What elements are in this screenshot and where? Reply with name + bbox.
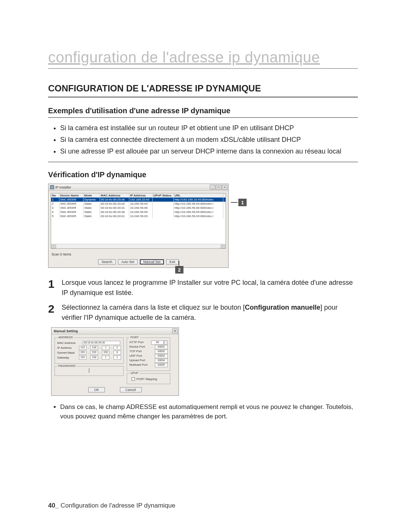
ip-installer-window: IP Installer _ □ × No Device Name Mode M… [48,184,229,268]
ip-octet[interactable]: 2 [114,346,121,350]
table-row[interactable]: 2 SNC-B5395 Static 00:16:6c:00:20:c6 10.… [51,202,226,206]
scroll-right-icon[interactable]: › [221,245,225,248]
dialog-title: Manual Setting [54,329,78,333]
page-footer: 40_ Configuration de l'adresse IP dynami… [48,502,175,509]
port-label: UDP Port [129,354,142,358]
step-text: Lorsque vous lancez le programme IP Inst… [62,278,358,298]
udp-port-field[interactable]: 60003 [155,354,168,358]
list-item: Si la caméra est installée sur un routeu… [60,123,358,133]
col-no: No [51,193,59,198]
subnet-octet[interactable]: 255 [79,351,86,355]
mac-field: 00:16:6c:00:20:d6 [83,341,120,345]
gateway-octet[interactable]: 1 [102,356,109,360]
titlebar: IP Installer _ □ × [48,184,228,191]
verify-heading: Vérification d'IP dynamique [48,170,358,179]
note-list: Dans ce cas, le champ ADRESSE est automa… [48,403,358,421]
port-mapping-label: PORT Mapping [136,377,157,381]
col-mode: Mode [83,193,100,198]
password-field[interactable] [89,368,89,373]
port-label: Device Port [129,345,145,349]
subnet-octet[interactable]: 255 [90,351,98,355]
upload-port-field[interactable]: 60004 [155,359,168,363]
table-row-selected[interactable]: 1 SNC-B5395 Dynamic 00:16:6c:00:20:d6 19… [51,198,226,202]
gateway-label: Gateway [57,356,77,359]
subnet-octet[interactable]: 255 [102,351,109,355]
step-number: 1 [48,278,56,298]
http-port-field[interactable]: 80 [151,340,164,345]
chapter-header: configuration de l'adresse ip dynamique [48,49,358,69]
port-mapping-checkbox[interactable] [132,377,135,381]
address-fieldset: ADDRESS MAC Address 00:16:6c:00:20:d6 IP… [55,337,124,364]
gateway-octet[interactable]: 168 [90,356,98,360]
spinner-icon[interactable] [164,340,168,345]
table-row[interactable]: 5 SNC-B5395 Static 00:16:6c:00:20:b1 10.… [51,214,226,218]
col-device-name: Device Name [59,193,83,198]
auto-set-button[interactable]: Auto Set [118,259,138,264]
port-label: TCP Port [129,350,142,354]
table-row[interactable]: 3 SNC-B5395 Static 00:16:6c:00:20:d1 10.… [51,206,226,210]
examples-list: Si la caméra est installée sur un routeu… [48,123,358,157]
divider [48,117,358,118]
manual-set-button[interactable]: Manual Set [140,259,164,264]
port-label: Upload Port [129,359,145,363]
list-item: Si une adresse IP est allouée par un ser… [60,146,358,157]
col-upnp: UPnP Status [153,193,174,198]
ip-octet[interactable]: 192 [79,346,86,350]
ok-button[interactable]: OK [88,387,105,392]
upnp-fieldset: UPnP PORT Mapping [127,373,170,384]
subnet-label: Subnet Mask [57,351,77,354]
divider [48,97,358,97]
app-icon [50,185,54,189]
port-fieldset: PORT HTTP Port80 Device Port60001 TCP Po… [127,337,170,371]
upnp-legend: UPnP [129,371,139,375]
window-title: IP Installer [55,185,71,189]
table-row[interactable]: 4 SNC-B5395 Static 00:16:6c:00:20:d0 10.… [51,210,226,214]
examples-heading: Exemples d'utilisation d'une adresse IP … [48,106,358,115]
port-label: HTTP Port [129,340,144,345]
gateway-octet[interactable]: 1 [114,356,121,360]
minimize-icon[interactable]: _ [210,185,215,190]
subnet-octet[interactable]: 0 [114,351,121,355]
callout-two: 2 [174,261,183,274]
list-item: Si la caméra est connectée directement à… [60,135,358,145]
close-icon[interactable]: × [172,328,178,333]
device-port-field[interactable]: 60001 [155,345,168,349]
gateway-octet[interactable]: 192 [79,356,86,360]
note-item: Dans ce cas, le champ ADRESSE est automa… [60,403,358,421]
horizontal-scrollbar[interactable]: ‹ › [51,244,226,248]
ip-octet[interactable]: 1 [102,346,109,350]
callout-one: 1 [231,199,247,206]
maximize-icon[interactable]: □ [216,185,221,190]
mac-label: MAC Address [57,341,81,345]
manual-setting-window: Manual Setting × ADDRESS MAC Address 00:… [51,327,179,396]
footer-text: Configuration de l'adresse IP dynamique [59,502,175,509]
device-grid: No Device Name Mode MAC Address IP Addre… [51,193,226,249]
search-button[interactable]: Search [98,259,116,264]
address-legend: ADDRESS [57,336,74,339]
cancel-button[interactable]: Cancel [120,387,142,392]
multicast-port-field[interactable]: 60005 [155,363,168,367]
col-mac: MAC Address [100,193,129,198]
ip-octet[interactable]: 168 [90,346,98,350]
step-number: 2 [48,302,56,323]
scroll-left-icon[interactable]: ‹ [52,245,56,248]
col-ip: IP Address [129,193,153,198]
step-two: 2 Sélectionnez la caméra dans la liste e… [48,302,358,323]
ip-label: IP Address [57,346,77,350]
main-heading: CONFIGURATION DE L'ADRESSE IP DYNAMIQUE [48,83,358,94]
col-url: URL [174,193,223,198]
step-one: 1 Lorsque vous lancez le programme IP In… [48,278,358,298]
password-legend: PASSWORD [57,364,77,368]
close-icon[interactable]: × [222,185,227,190]
tcp-port-field[interactable]: 60002 [155,350,168,354]
step-text: Sélectionnez la caméra dans la liste et … [62,302,358,323]
password-fieldset: PASSWORD [55,366,124,376]
port-legend: PORT [129,336,140,339]
divider [48,162,358,162]
port-label: Multicast Port [129,363,147,367]
page-number: 40_ [48,502,59,509]
scan-status: Scan 5 Items [51,249,226,258]
